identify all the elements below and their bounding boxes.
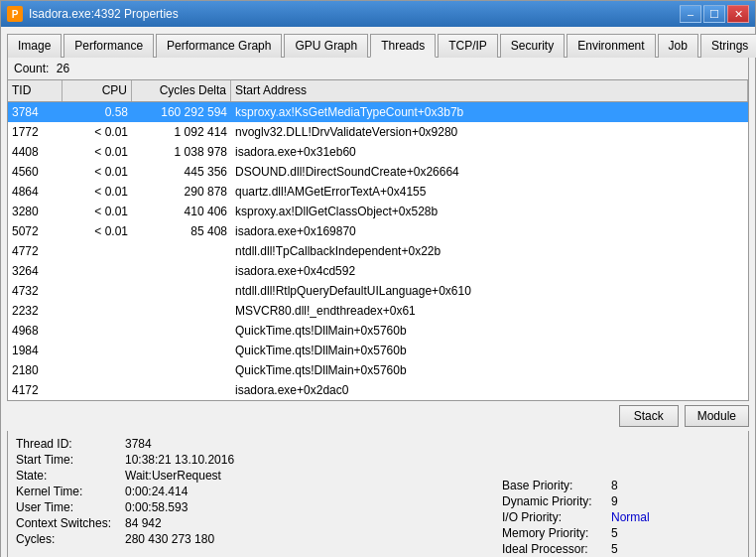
table-row[interactable]: 4968 QuickTime.qts!DllMain+0x5760b [8,321,748,341]
ideal-processor-value: 5 [611,542,618,556]
cell-cpu: < 0.01 [63,221,132,241]
tab-job[interactable]: Job [658,34,698,58]
table-row[interactable]: 3784 0.58 160 292 594 ksproxy.ax!KsGetMe… [8,102,748,122]
table-row[interactable]: 4772 ntdll.dll!TpCallbackIndependent+0x2… [8,241,748,261]
io-priority-label: I/O Priority: [502,510,611,524]
cell-addr: isadora.exe+0x2dac0 [231,380,748,400]
tab-image[interactable]: Image [7,34,62,58]
cell-addr: QuickTime.qts!DllMain+0x5760b [231,341,748,360]
minimize-button[interactable]: – [680,5,701,23]
table-row[interactable]: 4408 < 0.01 1 038 978 isadora.exe+0x31eb… [8,142,748,162]
close-button[interactable]: ✕ [727,5,749,23]
cell-addr: nvoglv32.DLL!DrvValidateVersion+0x9280 [231,122,748,142]
cell-tid: 4408 [8,142,63,162]
table-row[interactable]: 2180 QuickTime.qts!DllMain+0x5760b [8,360,748,380]
table-row[interactable]: 4172 isadora.exe+0x2dac0 [8,380,748,400]
cell-addr: ksproxy.ax!DllGetClassObject+0x528b [231,202,748,221]
table-row[interactable]: 5072 < 0.01 85 408 isadora.exe+0x169870 [8,221,748,241]
table-row[interactable]: 4732 ntdll.dll!RtlpQueryDefaultUILanguag… [8,281,748,301]
cell-cycles [132,241,231,261]
threads-table: TID CPU Cycles Delta Start Address 3784 … [7,79,749,401]
table-row[interactable]: 3264 isadora.exe+0x4cd592 [8,261,748,281]
context-switches-value: 84 942 [125,516,162,530]
table-row[interactable]: 1772 < 0.01 1 092 414 nvoglv32.DLL!DrvVa… [8,122,748,142]
stack-button[interactable]: Stack [619,405,679,427]
cell-tid: 4172 [8,380,63,400]
table-header: TID CPU Cycles Delta Start Address [8,80,748,102]
cell-tid: 2180 [8,360,63,380]
title-bar: P Isadora.exe:4392 Properties – ☐ ✕ [1,1,755,27]
io-priority-value: Normal [611,510,650,524]
cell-addr: ksproxy.ax!KsGetMediaTypeCount+0x3b7b [231,102,748,122]
cell-addr: quartz.dll!AMGetErrorTextA+0x4155 [231,182,748,202]
cell-cycles [132,380,231,400]
cell-addr: isadora.exe+0x4cd592 [231,261,748,281]
count-label: Count: [14,62,49,75]
table-body[interactable]: 3784 0.58 160 292 594 ksproxy.ax!KsGetMe… [8,102,748,400]
cell-addr: QuickTime.qts!DllMain+0x5760b [231,321,748,341]
cell-cpu: < 0.01 [63,142,132,162]
cell-cycles [132,261,231,281]
maximize-button[interactable]: ☐ [703,5,725,23]
cell-cpu: < 0.01 [63,162,132,182]
cell-cpu [63,321,132,341]
col-header-addr: Start Address [231,80,748,101]
thread-id-value: 3784 [125,437,152,451]
count-bar: Count: 26 [7,58,749,79]
cell-cpu: < 0.01 [63,182,132,202]
base-priority-value: 8 [611,479,618,492]
memory-priority-label: Memory Priority: [502,526,611,540]
table-row[interactable]: 4864 < 0.01 290 878 quartz.dll!AMGetErro… [8,182,748,202]
tab-environment[interactable]: Environment [567,34,655,58]
cell-cycles [132,301,231,321]
cell-cycles: 290 878 [132,182,231,202]
stack-module-row: Stack Module [7,405,749,427]
dynamic-priority-value: 9 [611,494,618,508]
tab-performance[interactable]: Performance [63,34,154,58]
cell-cycles: 410 406 [132,202,231,221]
col-header-cycles: Cycles Delta [132,80,231,101]
cell-tid: 4772 [8,241,63,261]
tab-security[interactable]: Security [500,34,565,58]
tab-threads[interactable]: Threads [370,34,436,58]
cell-tid: 5072 [8,221,63,241]
table-row[interactable]: 2232 MSVCR80.dll!_endthreadex+0x61 [8,301,748,321]
module-button[interactable]: Module [685,405,749,427]
kernel-time-label: Kernel Time: [16,485,125,498]
table-row[interactable]: 1984 QuickTime.qts!DllMain+0x5760b [8,341,748,360]
tab-tcpip[interactable]: TCP/IP [438,34,498,58]
count-value: 26 [57,62,69,75]
cell-addr: isadora.exe+0x169870 [231,221,748,241]
cell-addr: MSVCR80.dll!_endthreadex+0x61 [231,301,748,321]
user-time-value: 0:00:58.593 [125,500,188,514]
col-header-tid: TID [8,80,63,101]
table-row[interactable]: 3280 < 0.01 410 406 ksproxy.ax!DllGetCla… [8,202,748,221]
cell-addr: QuickTime.qts!DllMain+0x5760b [231,360,748,380]
table-row[interactable]: 4560 < 0.01 445 356 DSOUND.dll!DirectSou… [8,162,748,182]
cell-cpu [63,281,132,301]
window-title: Isadora.exe:4392 Properties [29,7,179,21]
cell-tid: 4864 [8,182,63,202]
cell-cpu [63,360,132,380]
cell-tid: 4968 [8,321,63,341]
cell-cycles [132,341,231,360]
tab-gpu-graph[interactable]: GPU Graph [284,34,368,58]
dynamic-priority-label: Dynamic Priority: [502,494,611,508]
cell-addr: ntdll.dll!TpCallbackIndependent+0x22b [231,241,748,261]
cell-tid: 1772 [8,122,63,142]
cell-tid: 1984 [8,341,63,360]
tab-strings[interactable]: Strings [700,34,756,58]
tab-performance-graph[interactable]: Performance Graph [156,34,282,58]
thread-id-label: Thread ID: [16,437,125,451]
context-switches-label: Context Switches: [16,516,125,530]
state-value: Wait:UserRequest [125,469,221,483]
cell-cpu: < 0.01 [63,202,132,221]
cell-cycles: 445 356 [132,162,231,182]
content-area: Image Performance Performance Graph GPU … [1,27,755,557]
cell-tid: 4560 [8,162,63,182]
properties-window: P Isadora.exe:4392 Properties – ☐ ✕ Imag… [0,0,756,557]
ideal-processor-label: Ideal Processor: [502,542,611,556]
cell-tid: 3784 [8,102,63,122]
cell-cycles: 85 408 [132,221,231,241]
col-header-cpu: CPU [63,80,132,101]
